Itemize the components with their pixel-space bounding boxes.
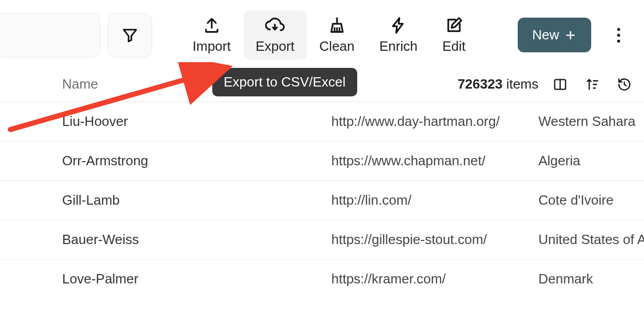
view-controls bbox=[553, 77, 632, 92]
items-count-number: 726323 bbox=[458, 76, 503, 92]
column-header-name[interactable]: Name bbox=[62, 76, 98, 92]
columns-icon[interactable] bbox=[553, 77, 567, 92]
pencil-square-icon bbox=[444, 16, 464, 35]
history-icon[interactable] bbox=[617, 77, 632, 92]
edit-label: Edit bbox=[442, 38, 465, 54]
clean-button[interactable]: Clean bbox=[307, 10, 367, 60]
clean-label: Clean bbox=[319, 38, 355, 54]
cell-country: Denmark bbox=[538, 271, 644, 287]
cell-url: http://www.day-hartman.org/ bbox=[331, 113, 538, 130]
table-row[interactable]: Orr-Armstrong https://www.chapman.net/ A… bbox=[0, 141, 644, 181]
cell-url: https://gillespie-stout.com/ bbox=[331, 232, 538, 248]
table-row[interactable]: Liu-Hoover http://www.day-hartman.org/ W… bbox=[0, 102, 644, 141]
edit-button[interactable]: Edit bbox=[430, 10, 478, 60]
broom-icon bbox=[327, 16, 347, 35]
table-row[interactable]: Love-Palmer https://kramer.com/ Denmark bbox=[0, 260, 644, 298]
import-label: Import bbox=[193, 38, 231, 54]
search-container[interactable] bbox=[0, 13, 100, 58]
table-row[interactable]: Gill-Lamb http://lin.com/ Cote d'Ivoire bbox=[0, 181, 644, 220]
svg-point-1 bbox=[617, 34, 620, 37]
cell-name: Liu-Hoover bbox=[62, 113, 331, 130]
svg-point-2 bbox=[617, 39, 620, 42]
items-count-label: items bbox=[503, 76, 538, 92]
cell-name: Bauer-Weiss bbox=[62, 232, 331, 248]
cell-url: http://lin.com/ bbox=[331, 192, 538, 208]
toolbar-actions: Import Export Clean Enrich bbox=[180, 10, 478, 60]
svg-point-0 bbox=[617, 27, 620, 31]
cell-name: Love-Palmer bbox=[62, 271, 331, 287]
more-menu-button[interactable] bbox=[608, 15, 630, 56]
dots-vertical-icon bbox=[617, 27, 621, 43]
table-body: Liu-Hoover http://www.day-hartman.org/ W… bbox=[0, 102, 644, 298]
filter-button[interactable] bbox=[108, 13, 152, 58]
cell-name: Orr-Armstrong bbox=[62, 153, 331, 169]
sort-icon[interactable] bbox=[585, 77, 599, 92]
cell-name: Gill-Lamb bbox=[62, 192, 331, 208]
filter-icon bbox=[122, 27, 138, 44]
bolt-icon bbox=[389, 16, 408, 35]
plus-icon bbox=[564, 29, 577, 41]
toolbar: Import Export Clean Enrich bbox=[0, 0, 644, 66]
upload-icon bbox=[202, 16, 222, 35]
new-label: New bbox=[532, 27, 559, 43]
cell-country: United States of America bbox=[538, 232, 644, 248]
import-button[interactable]: Import bbox=[180, 10, 243, 60]
table-header-bar: Name Export to CSV/Excel 726323 items bbox=[0, 66, 644, 102]
cell-url: https://kramer.com/ bbox=[331, 271, 538, 287]
cell-country: Western Sahara bbox=[538, 113, 644, 130]
cell-url: https://www.chapman.net/ bbox=[331, 153, 538, 169]
export-tooltip-text: Export to CSV/Excel bbox=[224, 74, 346, 90]
export-tooltip: Export to CSV/Excel bbox=[212, 68, 357, 96]
enrich-label: Enrich bbox=[379, 38, 418, 54]
table-row[interactable]: Bauer-Weiss https://gillespie-stout.com/… bbox=[0, 220, 644, 260]
cell-country: Cote d'Ivoire bbox=[538, 192, 644, 208]
enrich-button[interactable]: Enrich bbox=[367, 10, 430, 60]
cell-country: Algeria bbox=[538, 153, 644, 169]
cloud-download-icon bbox=[265, 16, 285, 35]
export-button[interactable]: Export bbox=[243, 10, 307, 60]
new-button[interactable]: New bbox=[518, 18, 591, 52]
export-label: Export bbox=[256, 38, 295, 54]
items-count: 726323 items bbox=[458, 76, 538, 92]
